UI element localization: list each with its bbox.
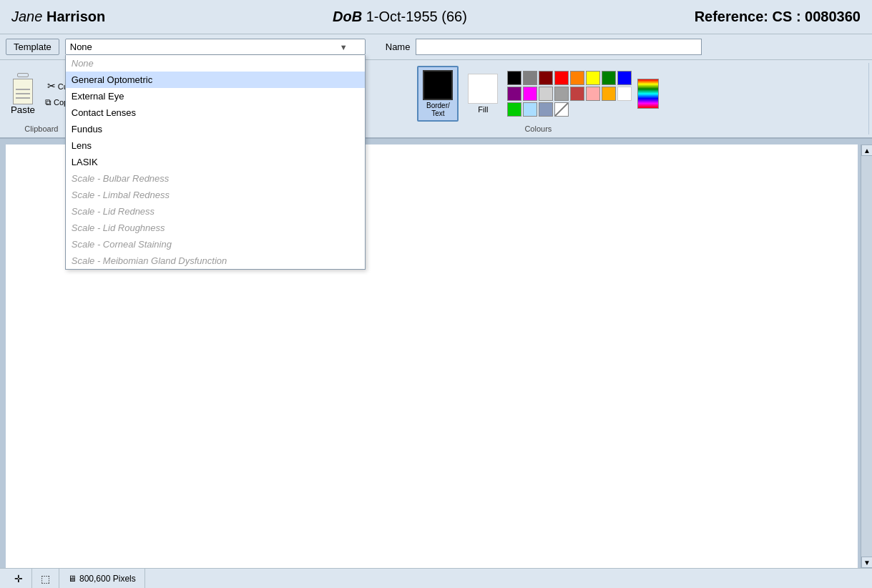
dropdown-item-scale_lid: Scale - Lid Redness [66, 203, 365, 220]
template-select[interactable]: None ▼ [65, 39, 366, 55]
paste-icon [10, 73, 36, 104]
dropdown-item-contact[interactable]: Contact Lenses [66, 104, 365, 121]
border-text-label: Border/Text [426, 102, 450, 117]
color-row-1 [507, 71, 632, 85]
color-blue[interactable] [617, 71, 632, 85]
reference-number: Reference: CS : 0080360 [695, 9, 861, 25]
template-select-container: None ▼ NoneGeneral OptometricExternal Ey… [65, 39, 366, 55]
patient-dob: DoB 1-Oct-1955 (66) [333, 9, 467, 25]
dropdown-item-lasik[interactable]: LASIK [66, 154, 365, 170]
clipboard-label: Clipboard [24, 124, 58, 133]
patient-first-name: Jane [11, 9, 42, 24]
dropdown-item-scale_bulbar: Scale - Bulbar Redness [66, 170, 365, 187]
color-amber[interactable] [602, 87, 616, 101]
vertical-scrollbar[interactable]: ▲ ▼ [861, 144, 872, 568]
fill-button[interactable]: Fill [464, 70, 501, 117]
color-purple[interactable] [507, 87, 521, 101]
template-bar: Template None ▼ NoneGeneral OptometricEx… [0, 34, 872, 60]
dob-value: 1-Oct-1955 (66) [366, 9, 467, 24]
colour-ramp[interactable] [637, 79, 659, 109]
coordinates-value: 800,600 Pixels [79, 574, 136, 584]
paste-button[interactable]: Paste [7, 72, 39, 117]
color-row-2 [507, 87, 632, 101]
fill-label: Fill [478, 105, 488, 114]
color-white[interactable] [617, 87, 632, 101]
dropdown-arrow-icon: ▼ [340, 43, 348, 52]
color-red[interactable] [554, 71, 569, 85]
paste-label: Paste [11, 104, 35, 115]
scroll-track [861, 156, 872, 557]
dropdown-item-scale_meibomian: Scale - Meibomian Gland Dysfunction [66, 253, 365, 269]
coordinates-status: 🖥 800,600 Pixels [59, 569, 145, 588]
patient-name: Jane Harrison [11, 9, 105, 25]
color-lightpink[interactable] [586, 87, 600, 101]
copy-icon: ⧉ [45, 97, 52, 107]
template-dropdown-menu: NoneGeneral OptometricExternal EyeContac… [65, 55, 366, 270]
colours-inner: Border/Text Fill [417, 64, 659, 123]
scissors-icon: ✂ [47, 80, 56, 92]
screen-icon: 🖥 [68, 574, 77, 584]
color-green[interactable] [602, 71, 616, 85]
color-magenta[interactable] [523, 87, 537, 101]
header: Jane Harrison DoB 1-Oct-1955 (66) Refere… [0, 0, 872, 34]
template-selected-value: None [70, 41, 92, 52]
dob-label: DoB [333, 9, 362, 24]
color-palette [507, 71, 632, 117]
color-darkpink[interactable] [570, 87, 584, 101]
fill-color-swatch [468, 74, 498, 104]
color-medgray[interactable] [554, 87, 569, 101]
name-label: Name [386, 41, 411, 52]
scroll-down-button[interactable]: ▼ [861, 557, 872, 568]
dropdown-item-scale_limbal: Scale - Limbal Redness [66, 187, 365, 203]
dropdown-item-scale_roughness: Scale - Lid Roughness [66, 220, 365, 236]
border-color-swatch [423, 70, 453, 100]
statusbar: ✛ ⬚ 🖥 800,600 Pixels [0, 568, 872, 588]
dropdown-item-scale_corneal: Scale - Corneal Staining [66, 236, 365, 253]
color-black[interactable] [507, 71, 521, 85]
color-yellow[interactable] [586, 71, 600, 85]
color-darkred[interactable] [539, 71, 553, 85]
border-text-button[interactable]: Border/Text [417, 66, 459, 122]
move-tool-status[interactable]: ✛ [6, 569, 32, 588]
color-slateblue[interactable] [539, 102, 553, 117]
template-button[interactable]: Template [6, 39, 59, 55]
color-diagonal-none[interactable] [554, 102, 569, 117]
select-icon: ⬚ [41, 573, 50, 584]
dropdown-item-none: None [66, 55, 365, 72]
select-tool-status[interactable]: ⬚ [32, 569, 59, 588]
dropdown-item-fundus[interactable]: Fundus [66, 121, 365, 137]
color-row-3 [507, 102, 632, 117]
color-lightblue[interactable] [523, 102, 537, 117]
dropdown-item-external[interactable]: External Eye [66, 88, 365, 104]
color-lightgray[interactable] [539, 87, 553, 101]
dropdown-item-general[interactable]: General Optometric [66, 72, 365, 88]
scroll-up-button[interactable]: ▲ [861, 144, 872, 156]
color-gray[interactable] [523, 71, 537, 85]
color-orange[interactable] [570, 71, 584, 85]
colours-label: Colours [524, 124, 552, 133]
name-input[interactable] [416, 39, 702, 55]
patient-last-name: Harrison [46, 9, 105, 24]
move-icon: ✛ [14, 573, 23, 584]
dropdown-item-lens[interactable]: Lens [66, 137, 365, 154]
color-brightgreen[interactable] [507, 102, 521, 117]
